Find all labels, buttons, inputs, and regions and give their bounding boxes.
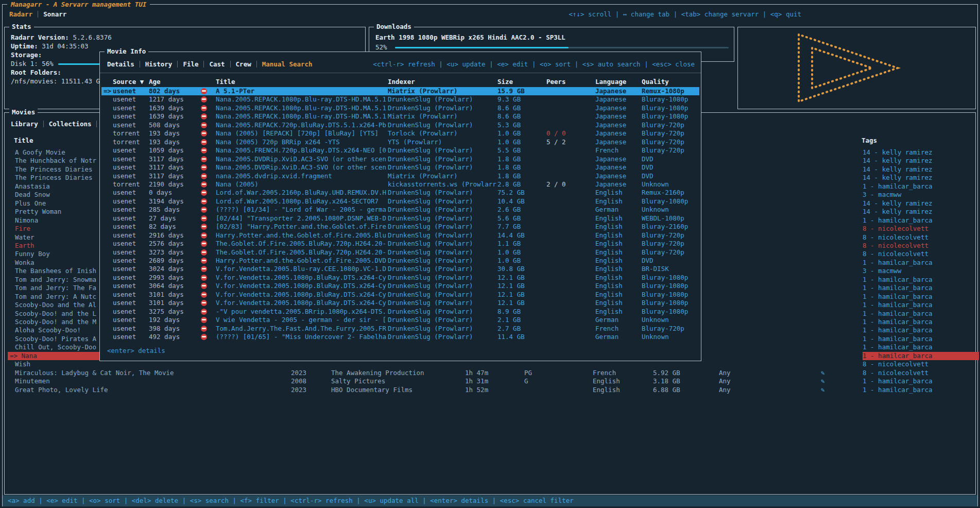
release-indexer: DrunkenSlug (Prowlarr) <box>388 163 497 172</box>
release-row[interactable]: usenet398 daysTom.And.Jerry.The.Fast.And… <box>101 325 699 333</box>
release-row[interactable]: usenet3101 daysV.for.Vendetta.2005.1080p… <box>101 299 699 307</box>
release-row[interactable]: usenet3024 daysV.for.Vendetta.2005.Blu-r… <box>101 265 699 273</box>
tab-history[interactable]: History <box>145 60 173 68</box>
release-row[interactable]: usenet1639 daysNana.2005.REPACK.1080p.Bl… <box>101 112 699 121</box>
movie-row[interactable]: Great Photo, Lovely Life2023HBO Document… <box>6 386 974 394</box>
release-title: Nana.2005.REPACK.720p.BluRay.DTS.5.1.x26… <box>216 121 389 129</box>
release-header-age[interactable]: Age <box>149 78 161 86</box>
movie-row[interactable]: Wish8 - nicolecolvett <box>6 360 974 368</box>
movie-tag: 1 - hamilcar_barca <box>863 284 979 292</box>
tab-library[interactable]: Library <box>11 120 38 128</box>
release-row[interactable]: usenet285 days(????) [01/34] - "Lord of … <box>101 206 699 214</box>
movie-profile <box>719 225 781 233</box>
release-row[interactable]: usenet3117 daysNana.2005.DVDRip.XviD.AC3… <box>101 155 699 163</box>
release-row[interactable]: usenet3117 daysNana.2005.DVDRip.XviD.AC3… <box>101 163 699 172</box>
release-quality: Unknown <box>642 316 701 324</box>
no-entry-icon <box>201 232 207 239</box>
release-row[interactable]: usenet2689 daysHarry.Potter.and.the.Gobl… <box>101 257 699 265</box>
tab-collections[interactable]: Collections <box>49 120 92 128</box>
release-language: English <box>595 189 643 197</box>
no-entry-icon <box>201 300 207 306</box>
release-title: Harry.Potter.and.the.Goblet.of.Fire.2005… <box>216 231 389 240</box>
release-header-title[interactable]: Title <box>216 78 235 86</box>
release-header-indexer[interactable]: Indexer <box>388 78 415 86</box>
release-title: V.for.Vendetta.2005.Blu-ray.CEE.1080p.VC… <box>216 265 389 273</box>
tab-sonarr[interactable]: Sonarr <box>43 10 66 18</box>
release-row[interactable]: usenet27 days[02/44] "Transporter 2.2005… <box>101 214 699 223</box>
release-age: 3024 days <box>149 265 194 273</box>
tab-crew[interactable]: Crew <box>236 60 251 68</box>
release-row[interactable]: usenet192 daysV wie Vendetta - 2005 - ge… <box>101 316 699 324</box>
release-peers <box>546 308 594 316</box>
release-row[interactable]: usenet1059 daysNana.2005.FRENCH.720p.Blu… <box>101 146 699 155</box>
uptime-value: 31d 04:35:03 <box>42 42 88 50</box>
release-row[interactable]: usenet508 daysNana.2005.REPACK.720p.BluR… <box>101 121 699 129</box>
release-language: English <box>595 197 643 206</box>
release-header-language[interactable]: Language <box>595 78 626 86</box>
tab-cast[interactable]: Cast <box>209 60 225 68</box>
release-row[interactable]: usenet82 days[02/83] "Harry.Potter.and.t… <box>101 223 699 231</box>
release-source: usenet <box>113 172 147 180</box>
tab-radarr[interactable]: Radarr <box>9 10 32 18</box>
disk-label: Disk 1: 56% <box>11 60 54 68</box>
release-row[interactable]: usenet3273 daysThe.Goblet.Of.Fire.2005.B… <box>101 248 699 257</box>
release-row[interactable]: usenet3117 daysnana.2005.dvdrip.xvid.fra… <box>101 172 699 180</box>
tab-manual-search[interactable]: Manual Search <box>262 60 313 68</box>
release-size: 1.0 GB <box>497 138 546 146</box>
tab-details[interactable]: Details <box>107 60 134 68</box>
release-row[interactable]: usenet2576 daysThe.Goblet.Of.Fire.2005.B… <box>101 240 699 248</box>
row-selection-marker <box>104 146 114 155</box>
rejected-icon-cell <box>193 265 215 273</box>
release-indexer: DrunkenSlug (Prowlarr) <box>388 214 497 223</box>
release-row[interactable]: usenet1639 daysNana.2005.REPACK.1080p.Bl… <box>101 104 699 112</box>
release-title: (????) [01/34] - "Lord of War - 2005 - g… <box>216 206 389 214</box>
rejected-icon-cell <box>193 240 215 248</box>
release-title: Nana.2005.REPACK.1080p.Blu-ray.DTS-HD.MA… <box>216 104 389 112</box>
release-source: usenet <box>113 95 147 104</box>
row-selection-marker <box>104 206 114 214</box>
release-source: usenet <box>113 155 147 163</box>
release-peers <box>546 282 594 290</box>
release-row[interactable]: usenet1217 daysNana.2005.REPACK.1080p.Bl… <box>101 95 699 104</box>
movie-profile <box>719 326 781 334</box>
release-row[interactable]: usenet2993 daysV.for.Vendetta.2005.1080p… <box>101 274 699 282</box>
release-row[interactable]: usenet0 daysLord.of.War.2005.2160p.BluRa… <box>101 189 699 197</box>
release-row[interactable]: usenet3275 days-"V pour vendetta.2005.BR… <box>101 308 699 316</box>
release-row[interactable]: torrent193 daysNana (2005) [REPACK] [720… <box>101 129 699 138</box>
release-row[interactable]: torrent193 daysNana (2005) 720p BRRip x2… <box>101 138 699 146</box>
row-selection-marker <box>104 248 114 257</box>
release-indexer: DrunkenSlug (Prowlarr) <box>388 155 497 163</box>
release-row[interactable]: usenet2916 daysHarry.Potter.and.the.Gobl… <box>101 231 699 240</box>
movie-tag: 8 - nicolecolvett <box>863 250 979 258</box>
release-row[interactable]: usenet3064 daysV.for.Vendetta.2005.1080p… <box>101 282 699 290</box>
release-row[interactable]: torrent2190 daysNana (2005)kickasstorren… <box>101 180 699 189</box>
release-language: English <box>595 248 643 257</box>
release-row[interactable]: =>usenet802 daysA 5.1-PTerMiatrix (Prowl… <box>101 87 699 95</box>
movie-tag: 14 - kelly ramirez <box>863 157 979 165</box>
movie-tag: 3 - macmww <box>863 267 979 275</box>
movie-tag: 1 - hamilcar_barca <box>863 318 979 326</box>
no-entry-icon <box>201 334 207 340</box>
tab-separator <box>177 61 178 67</box>
release-peers: 2 / 0 <box>546 180 594 189</box>
release-header-size[interactable]: Size <box>497 78 513 86</box>
release-row[interactable]: usenet3101 daysV.for.Vendetta.2005.1080p… <box>101 291 699 299</box>
release-row[interactable]: usenet492 days(????) [01/65] - "Miss Und… <box>101 333 699 341</box>
release-row[interactable]: usenet3194 daysLord.of.War.2005.1080p.Bl… <box>101 197 699 206</box>
row-selection-marker <box>104 316 114 324</box>
release-source: usenet <box>113 333 147 341</box>
movie-row[interactable]: Miraculous: Ladybug & Cat Noir, The Movi… <box>6 369 974 377</box>
no-entry-icon <box>201 215 207 222</box>
release-header-peers[interactable]: Peers <box>546 78 566 86</box>
tab-file[interactable]: File <box>183 60 198 68</box>
movie-row[interactable]: Minutemen2008Salty Pictures1h 31mGEnglis… <box>6 377 974 385</box>
release-header-quality[interactable]: Quality <box>642 78 669 86</box>
release-quality: DVD <box>642 172 701 180</box>
release-age: 3064 days <box>149 282 194 290</box>
movie-runtime: 1h 47m <box>465 369 517 377</box>
release-header-source[interactable]: Source ▼ <box>113 78 144 86</box>
no-entry-icon <box>201 249 207 256</box>
movie-tag: 1 - hamilcar_barca <box>863 216 979 225</box>
movie-title: Minutemen <box>8 377 127 385</box>
movie-title: Great Photo, Lovely Life <box>8 386 127 394</box>
